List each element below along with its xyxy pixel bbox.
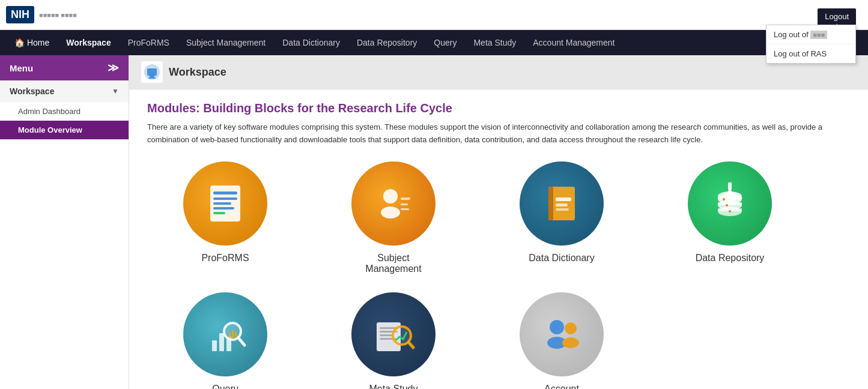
module-grid-row2: Query (147, 292, 808, 389)
svg-rect-3 (148, 77, 156, 79)
nav-item-data-repository[interactable]: Data Repository (348, 30, 425, 55)
svg-rect-43 (380, 334, 393, 336)
svg-point-31 (729, 210, 731, 213)
module-card-query[interactable]: Query (147, 292, 303, 389)
sidebar-workspace-chevron: ▼ (112, 87, 119, 95)
logout-account-item[interactable]: Log out of ■■■ (766, 25, 855, 44)
module-label-subject: Subject Management (365, 253, 421, 274)
svg-rect-16 (548, 187, 553, 220)
svg-rect-12 (401, 198, 410, 200)
sidebar-section-workspace: Workspace ▼ Admin Dashboard Module Overv… (0, 80, 129, 140)
sidebar: Menu ≫ Workspace ▼ Admin Dashboard Modul… (0, 55, 129, 389)
sidebar-menu-header[interactable]: Menu ≫ (0, 55, 129, 80)
svg-line-36 (238, 338, 244, 345)
nih-logo: NIH ■■■■■ ■■■■ (6, 6, 77, 23)
svg-rect-8 (213, 207, 234, 210)
content-wrapper: Menu ≫ Workspace ▼ Admin Dashboard Modul… (0, 55, 868, 389)
svg-rect-6 (213, 198, 237, 200)
svg-point-30 (726, 204, 728, 207)
module-grid-row1: ProFoRMS Subject Management (147, 161, 808, 274)
top-bar: NIH ■■■■■ ■■■■ Logout ▲ Log out of ■■■ L… (0, 0, 868, 30)
module-label-repository: Data Repository (696, 253, 765, 264)
svg-rect-38 (232, 330, 234, 338)
nih-badge: NIH (6, 6, 34, 23)
module-card-meta[interactable]: Meta Study (315, 292, 472, 389)
svg-rect-13 (401, 204, 408, 205)
svg-rect-9 (213, 212, 225, 214)
module-label-proforms: ProFoRMS (201, 253, 249, 264)
svg-rect-33 (219, 333, 224, 351)
empty-cell (652, 292, 808, 389)
module-circle-repository (688, 161, 772, 246)
module-card-dictionary[interactable]: Data Dictionary (484, 161, 640, 274)
svg-rect-7 (213, 202, 231, 205)
sidebar-menu-chevron: ≫ (108, 61, 119, 74)
svg-point-29 (723, 198, 725, 201)
svg-rect-18 (556, 204, 568, 207)
module-description: There are a variety of key software modu… (147, 121, 850, 146)
nav-item-subject-management[interactable]: Subject Management (178, 30, 274, 55)
svg-rect-37 (229, 333, 231, 338)
module-section: Modules: Building Blocks for the Researc… (129, 89, 868, 389)
svg-point-11 (381, 207, 400, 219)
module-circle-proforms (183, 161, 267, 246)
svg-point-50 (562, 337, 579, 348)
sidebar-item-module-overview[interactable]: Module Overview (0, 121, 129, 139)
workspace-icon (141, 61, 163, 83)
module-circle-query (183, 292, 267, 376)
module-circle-meta (351, 292, 436, 376)
nav-bar: 🏠 Home Workspace ProFoRMS Subject Manage… (0, 30, 868, 55)
main-content: Workspace Modules: Building Blocks for t… (129, 55, 868, 389)
nav-item-home[interactable]: 🏠 Home (6, 30, 58, 55)
module-label-query: Query (212, 384, 238, 389)
module-circle-dictionary (520, 161, 604, 246)
sidebar-workspace-label: Workspace (10, 86, 54, 96)
module-card-repository[interactable]: Data Repository (652, 161, 808, 274)
nav-item-workspace[interactable]: Workspace (58, 30, 119, 55)
module-label-dictionary: Data Dictionary (529, 253, 594, 264)
module-label-account: Account Management (533, 384, 589, 389)
nav-item-proforms[interactable]: ProFoRMS (120, 30, 178, 55)
svg-rect-19 (556, 208, 569, 211)
svg-point-10 (383, 189, 398, 204)
module-card-proforms[interactable]: ProFoRMS (147, 161, 303, 274)
svg-point-49 (565, 322, 577, 334)
workspace-page-header: Workspace (129, 55, 868, 89)
logout-ras-item[interactable]: Log out of RAS (766, 44, 855, 63)
nav-item-meta-study[interactable]: Meta Study (465, 30, 524, 55)
svg-rect-1 (147, 68, 157, 76)
sidebar-item-admin-dashboard[interactable]: Admin Dashboard (0, 102, 129, 121)
module-circle-subject (351, 161, 436, 246)
nav-item-query[interactable]: Query (425, 30, 465, 55)
nav-item-data-dictionary[interactable]: Data Dictionary (274, 30, 348, 55)
svg-rect-14 (401, 208, 409, 210)
svg-rect-39 (235, 332, 237, 338)
logout-dropdown: Log out of ■■■ Log out of RAS (766, 25, 856, 64)
svg-rect-17 (556, 198, 571, 201)
svg-rect-2 (150, 76, 154, 77)
sidebar-menu-label: Menu (10, 63, 33, 73)
module-label-meta: Meta Study (369, 384, 418, 389)
module-card-account[interactable]: Account Management (484, 292, 640, 389)
svg-rect-32 (212, 340, 217, 351)
workspace-page-title: Workspace (169, 66, 226, 79)
module-card-subject[interactable]: Subject Management (315, 161, 472, 274)
nav-item-account-management[interactable]: Account Management (524, 30, 623, 55)
svg-point-47 (550, 320, 564, 334)
module-heading: Modules: Building Blocks for the Researc… (147, 101, 850, 115)
svg-rect-5 (213, 191, 237, 194)
module-circle-account (520, 292, 604, 376)
svg-line-46 (408, 342, 413, 348)
svg-rect-28 (728, 182, 732, 190)
nih-text: ■■■■■ ■■■■ (39, 11, 77, 19)
sidebar-workspace-header[interactable]: Workspace ▼ (0, 80, 129, 102)
